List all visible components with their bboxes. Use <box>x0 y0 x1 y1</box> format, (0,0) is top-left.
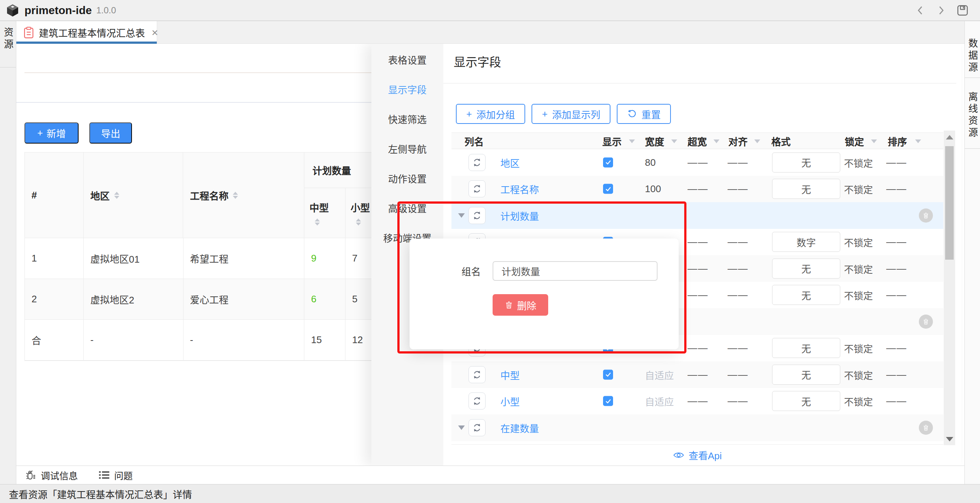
lock-value[interactable]: 不锁定 <box>844 235 873 249</box>
nav-back-icon[interactable] <box>915 5 926 16</box>
scroll-down-icon[interactable] <box>946 437 953 441</box>
left-rail-tab-resources[interactable]: 资源 <box>1 27 15 51</box>
width-value[interactable]: 自适应 <box>645 367 674 381</box>
problems-button[interactable]: 问题 <box>99 468 133 482</box>
save-icon[interactable] <box>956 4 969 17</box>
width-value[interactable]: 100 <box>645 183 661 195</box>
overwide-value[interactable]: —— <box>687 183 708 195</box>
field-row[interactable]: 小型 自适应 —— —— 无 不锁定 —— <box>452 388 943 415</box>
format-select[interactable]: 无 <box>772 391 840 411</box>
overwide-value[interactable]: —— <box>687 156 708 168</box>
overwide-value[interactable]: —— <box>687 289 708 301</box>
group-row-planned[interactable]: 计划数量 <box>452 202 943 229</box>
format-select[interactable]: 无 <box>772 259 840 279</box>
overwide-value[interactable]: —— <box>687 369 708 380</box>
convert-field-icon[interactable] <box>468 207 485 224</box>
sort-value[interactable]: —— <box>886 156 907 168</box>
view-api-link[interactable]: 查看Api <box>452 444 943 465</box>
show-checkbox[interactable] <box>603 184 613 194</box>
sort-value[interactable]: —— <box>886 342 907 354</box>
menu-item-quick-filter[interactable]: 快速筛选 <box>371 104 443 134</box>
lock-value[interactable]: 不锁定 <box>844 155 873 169</box>
filter-arrow-icon[interactable] <box>629 139 635 143</box>
delete-group-icon[interactable] <box>919 421 933 435</box>
convert-field-icon[interactable] <box>468 419 485 436</box>
format-select[interactable]: 无 <box>772 338 840 358</box>
add-column-button[interactable]: + 添加显示列 <box>531 104 611 124</box>
format-select[interactable]: 无 <box>772 285 840 305</box>
sort-value[interactable]: —— <box>886 236 907 248</box>
delete-group-button[interactable]: 删除 <box>493 294 548 316</box>
overwide-value[interactable]: —— <box>687 342 708 354</box>
lock-value[interactable]: 不锁定 <box>844 394 873 408</box>
field-row[interactable]: 工程名称 100 —— —— 无 不锁定 —— <box>452 176 943 203</box>
field-name-link[interactable]: 小型 <box>500 394 520 408</box>
filter-arrow-icon[interactable] <box>671 139 677 143</box>
field-row[interactable]: 地区 80 —— —— 无 不锁定 —— <box>452 149 943 176</box>
group-row-inprogress[interactable]: 在建数量 <box>452 414 943 441</box>
show-checkbox[interactable] <box>603 396 613 406</box>
show-checkbox[interactable] <box>603 369 613 380</box>
debug-info-button[interactable]: 调试信息 <box>25 468 78 482</box>
field-name-link[interactable]: 工程名称 <box>500 182 539 196</box>
nav-forward-icon[interactable] <box>935 5 947 16</box>
col-header-project[interactable]: 工程名称 <box>183 152 304 238</box>
menu-item-display-fields[interactable]: 显示字段 <box>371 74 443 104</box>
filter-arrow-icon[interactable] <box>915 139 921 143</box>
filter-arrow-icon[interactable] <box>871 139 877 143</box>
add-record-button[interactable]: + 新增 <box>24 122 79 144</box>
align-value[interactable]: —— <box>728 156 748 168</box>
field-name-link[interactable]: 中型 <box>500 367 520 381</box>
delete-group-icon[interactable] <box>919 208 933 223</box>
lock-value[interactable]: 不锁定 <box>844 262 873 275</box>
table-row[interactable]: 1 虚拟地区01 希望工程 9 7 <box>25 238 387 279</box>
convert-field-icon[interactable] <box>468 180 485 197</box>
overwide-value[interactable]: —— <box>687 236 708 248</box>
right-rail-tab-datasource[interactable]: 数据源 <box>965 38 980 74</box>
format-select[interactable]: 数字 <box>772 232 840 252</box>
collapse-arrow-icon[interactable] <box>458 425 465 430</box>
menu-item-left-nav[interactable]: 左侧导航 <box>371 134 443 163</box>
menu-item-table-settings[interactable]: 表格设置 <box>371 45 443 74</box>
format-select[interactable]: 无 <box>772 365 840 385</box>
sort-value[interactable]: —— <box>886 369 907 380</box>
convert-field-icon[interactable] <box>468 366 485 383</box>
scrollbar-thumb[interactable] <box>945 146 954 260</box>
sort-icon[interactable] <box>233 192 238 199</box>
tab-close-icon[interactable]: × <box>151 27 158 38</box>
show-checkbox[interactable] <box>603 157 613 167</box>
tab-summary-report[interactable]: 建筑工程基本情况汇总表 × <box>16 21 157 44</box>
group-name-link[interactable]: 在建数量 <box>500 421 539 434</box>
filter-arrow-icon[interactable] <box>754 139 760 143</box>
sort-value[interactable]: —— <box>886 395 907 407</box>
lock-value[interactable]: 不锁定 <box>844 288 873 302</box>
lock-value[interactable]: 不锁定 <box>844 341 873 355</box>
sort-icon[interactable] <box>114 192 119 199</box>
align-value[interactable]: —— <box>728 263 748 274</box>
align-value[interactable]: —— <box>728 395 748 407</box>
align-value[interactable]: —— <box>728 289 748 301</box>
align-value[interactable]: —— <box>728 342 748 354</box>
sort-value[interactable]: —— <box>886 263 907 274</box>
lock-value[interactable]: 不锁定 <box>844 182 873 196</box>
delete-group-icon[interactable] <box>919 315 933 329</box>
menu-item-advanced-settings[interactable]: 高级设置 <box>371 193 443 223</box>
group-name-input[interactable] <box>493 261 657 281</box>
width-value[interactable]: 80 <box>645 156 656 168</box>
convert-field-icon[interactable] <box>468 393 485 410</box>
convert-field-icon[interactable] <box>468 154 485 171</box>
right-rail-tab-offline[interactable]: 离线资源 <box>965 92 980 139</box>
group-name-link[interactable]: 计划数量 <box>500 208 539 222</box>
sort-icon[interactable] <box>356 219 361 225</box>
field-row[interactable]: 中型 自适应 —— —— 无 不锁定 —— <box>452 361 943 388</box>
export-button[interactable]: 导出 <box>89 122 132 144</box>
align-value[interactable]: —— <box>728 183 748 195</box>
sort-icon[interactable] <box>315 219 320 225</box>
overwide-value[interactable]: —— <box>687 263 708 274</box>
align-value[interactable]: —— <box>728 236 748 248</box>
lock-value[interactable]: 不锁定 <box>844 367 873 381</box>
overwide-value[interactable]: —— <box>687 395 708 407</box>
menu-item-action-settings[interactable]: 动作设置 <box>371 163 443 193</box>
format-select[interactable]: 无 <box>772 152 840 172</box>
table-row[interactable]: 2 虚拟地区2 爱心工程 6 5 <box>25 279 387 320</box>
